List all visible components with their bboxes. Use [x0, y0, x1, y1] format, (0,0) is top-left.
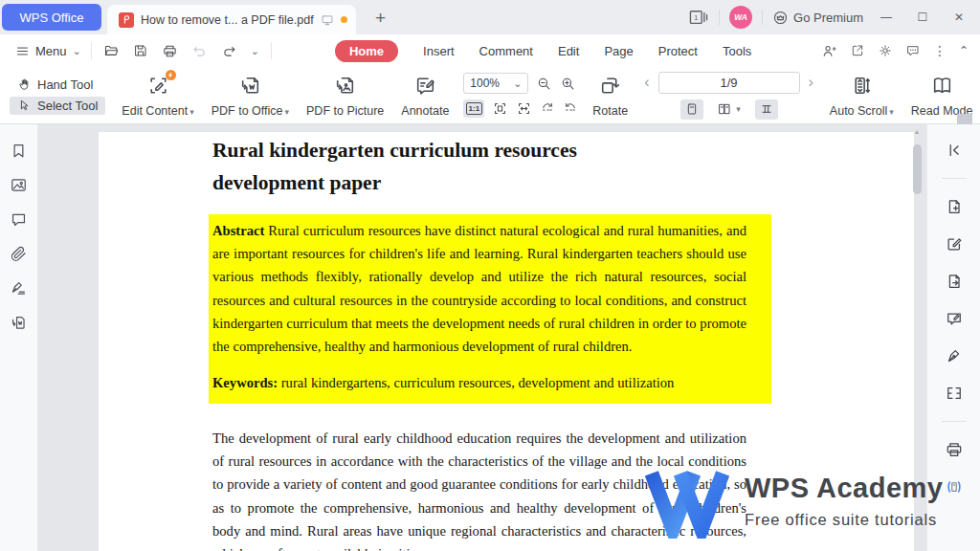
titlebar: WPS Office How to remove t... a PDF file… — [0, 0, 980, 34]
right-sidebar — [926, 124, 980, 551]
rotate-icon — [598, 74, 622, 98]
attachments-panel-icon[interactable] — [10, 245, 28, 263]
fit-width-icon[interactable] — [516, 100, 532, 117]
thumbnails-panel-icon[interactable] — [10, 176, 28, 194]
zoom-level-select[interactable]: 100% ⌄ — [463, 73, 528, 94]
document-tab-title: How to remove t... a PDF file.pdf — [141, 13, 314, 27]
abstract-label: Abstract — [212, 223, 264, 238]
chevron-down-icon: ⌄ — [73, 45, 81, 57]
scroll-up-icon[interactable]: ▲ — [914, 128, 921, 135]
next-page-icon[interactable]: › — [809, 74, 813, 91]
annotate-label: Annotate — [401, 104, 449, 118]
monitor-icon — [321, 13, 334, 27]
window-manage-icon[interactable]: 1 — [688, 9, 709, 26]
abstract-paragraph: Abstract Rural curriculum resources have… — [212, 219, 746, 358]
actual-size-button[interactable]: 1:1 — [463, 99, 484, 118]
share-export-icon[interactable] — [850, 43, 865, 58]
divider — [719, 10, 720, 25]
rotate-right-icon[interactable] — [563, 101, 578, 117]
zoom-out-icon[interactable] — [536, 76, 552, 92]
undo-icon[interactable] — [191, 43, 208, 59]
page-indicator-input[interactable]: 1/9 — [658, 72, 800, 94]
user-avatar[interactable]: WA — [729, 6, 752, 29]
comments-panel-icon[interactable] — [10, 210, 28, 229]
share-user-icon[interactable] — [821, 43, 837, 59]
pdf-to-picture-icon — [333, 74, 357, 98]
divider — [271, 42, 272, 59]
collapse-panel-icon[interactable] — [945, 141, 964, 160]
scrollbar-thumb[interactable] — [913, 144, 922, 194]
toolbar: Hand Tool Select Tool Edit Content▾ PDF … — [0, 67, 980, 124]
insert-page-icon[interactable] — [945, 197, 964, 216]
comment-edit-icon[interactable] — [945, 309, 964, 328]
signature-pen-icon[interactable] — [945, 346, 964, 365]
abstract-text: Rural curriculum resources have distinct… — [212, 223, 746, 354]
pdf-page[interactable]: Rural kindergarten curriculum resources … — [99, 132, 914, 551]
minimize-button[interactable]: — — [873, 4, 900, 31]
new-tab-button[interactable]: + — [371, 9, 390, 27]
collapse-ribbon-icon[interactable]: ⌃ — [959, 44, 969, 57]
svg-text:1: 1 — [694, 13, 699, 22]
auto-scroll-button[interactable]: Auto Scroll▾ — [821, 67, 902, 123]
tab-page[interactable]: Page — [604, 44, 633, 58]
save-icon[interactable] — [133, 43, 148, 58]
edit-content-label: Edit Content — [122, 104, 188, 118]
unsaved-indicator-dot — [341, 16, 347, 23]
tab-edit[interactable]: Edit — [558, 44, 579, 58]
document-tab[interactable]: How to remove t... a PDF file.pdf — [107, 5, 356, 34]
keywords-text: rural kindergartens, curriculum resource… — [278, 375, 674, 390]
pdf-to-picture-label: PDF to Picture — [306, 104, 384, 118]
document-viewport[interactable]: Rural kindergarten curriculum resources … — [38, 124, 926, 551]
rotate-left-icon[interactable] — [540, 101, 555, 117]
menu-button[interactable]: Menu ⌄ — [0, 44, 91, 58]
close-button[interactable]: ✕ — [946, 4, 972, 31]
maximize-button[interactable]: ☐ — [909, 4, 936, 31]
quick-access-dropdown-icon[interactable]: ⌄ — [251, 45, 259, 57]
feedback-comment-icon[interactable] — [905, 43, 921, 58]
auto-scroll-label: Auto Scroll — [830, 104, 887, 118]
tab-insert[interactable]: Insert — [423, 44, 455, 58]
edit-page-icon[interactable] — [945, 234, 964, 253]
tab-comment[interactable]: Comment — [479, 44, 533, 58]
dropdown-icon: ▾ — [189, 107, 194, 117]
annotate-button[interactable]: Annotate — [392, 67, 457, 123]
vertical-scrollbar[interactable]: ▲ — [911, 128, 923, 194]
notification-badge — [166, 70, 176, 80]
menu-label: Menu — [35, 44, 67, 58]
zoom-in-icon[interactable] — [560, 76, 576, 92]
select-tool-button[interactable]: Select Tool — [10, 97, 105, 115]
rotate-button[interactable]: Rotate — [584, 67, 636, 123]
wps-office-home-button[interactable]: WPS Office — [2, 4, 101, 31]
menubar: Menu ⌄ ⌄ Home Insert Comment Edit Page P… — [0, 34, 980, 67]
pdf-to-office-button[interactable]: PDF to Office▾ — [203, 67, 298, 123]
hand-icon — [17, 77, 32, 92]
single-page-view-button[interactable] — [680, 99, 703, 120]
pdf-to-picture-button[interactable]: PDF to Picture — [298, 67, 392, 123]
edit-content-button[interactable]: Edit Content▾ — [113, 67, 202, 123]
two-page-view-button[interactable]: ▾ — [715, 99, 744, 120]
tab-protect[interactable]: Protect — [658, 44, 698, 58]
tab-home[interactable]: Home — [335, 40, 398, 62]
pdf-to-word-panel-icon[interactable] — [10, 314, 28, 332]
export-page-icon[interactable] — [945, 272, 964, 291]
one-to-one-label: 1:1 — [466, 102, 483, 115]
previous-page-icon[interactable]: ‹ — [644, 74, 649, 91]
print-page-icon[interactable] — [945, 440, 964, 459]
open-file-icon[interactable] — [103, 43, 120, 59]
read-mode-icon — [930, 74, 954, 98]
continuous-view-button[interactable] — [755, 99, 778, 120]
print-icon[interactable] — [162, 43, 178, 59]
go-premium-button[interactable]: Go Premium — [772, 10, 863, 26]
fit-page-icon[interactable] — [492, 100, 508, 117]
settings-gear-icon[interactable] — [878, 43, 893, 58]
dropdown-icon: ▾ — [736, 104, 741, 114]
zoom-level-value: 100% — [470, 77, 500, 90]
bookmarks-panel-icon[interactable] — [10, 142, 28, 160]
compress-pdf-icon[interactable] — [945, 477, 964, 496]
extract-text-icon[interactable] — [945, 384, 964, 403]
signature-panel-icon[interactable] — [10, 279, 28, 298]
tab-tools[interactable]: Tools — [723, 44, 751, 58]
hand-tool-button[interactable]: Hand Tool — [10, 76, 105, 94]
more-options-icon[interactable]: ⋮ — [933, 43, 947, 58]
redo-icon[interactable] — [221, 43, 237, 59]
